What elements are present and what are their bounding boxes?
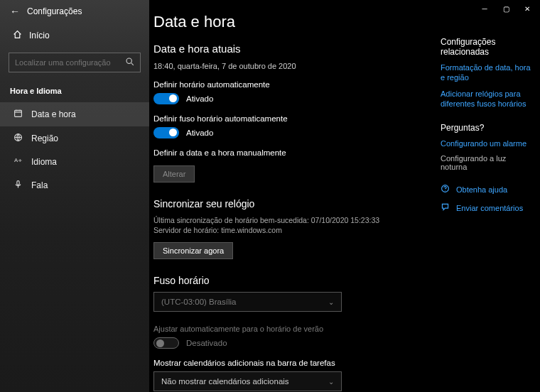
search-icon	[125, 57, 134, 68]
sidebar-item-label: Idioma	[31, 157, 57, 167]
svg-rect-3	[16, 181, 18, 185]
question-link-nightlight[interactable]: Configurando a luz noturna	[441, 154, 534, 171]
sidebar-item-idioma[interactable]: ᴬ⁺ Idioma	[0, 151, 149, 173]
related-panel: Configurações relacionadas Formatação de…	[441, 37, 534, 214]
auto-tz-label: Definir fuso horário automaticamente	[153, 114, 426, 123]
change-button[interactable]: Alterar	[153, 165, 195, 183]
back-button[interactable]: ← Configurações	[0, 0, 149, 20]
sidebar-item-label: Região	[31, 134, 58, 143]
sidebar-item-label: Fala	[31, 180, 48, 190]
question-link-alarm[interactable]: Configurando um alarme	[441, 138, 534, 148]
manual-set-label: Definir a data e a hora manualmente	[153, 148, 426, 157]
timezone-select[interactable]: (UTC-03:00) Brasília ⌄	[153, 292, 342, 312]
microphone-icon	[13, 180, 23, 191]
dst-state: Desativado	[186, 339, 227, 347]
chevron-down-icon: ⌄	[328, 378, 334, 386]
auto-tz-state: Ativado	[186, 129, 213, 137]
current-datetime: 18:40, quarta-feira, 7 de outubro de 202…	[153, 62, 426, 70]
language-icon: ᴬ⁺	[13, 157, 23, 167]
minimize-button[interactable]: ─	[480, 4, 489, 13]
sync-server: Servidor de horário: time.windows.com	[153, 225, 426, 235]
home-nav[interactable]: Início	[0, 20, 149, 48]
related-link-format[interactable]: Formatação de data, hora e região	[441, 62, 534, 83]
sidebar: ← Configurações Início Hora e Idioma Dat…	[0, 0, 149, 392]
auto-tz-toggle[interactable]	[153, 127, 179, 138]
globe-icon	[13, 133, 23, 144]
get-help-link[interactable]: Obtenha ajuda	[456, 185, 507, 195]
home-label: Início	[29, 31, 50, 40]
calendars-select[interactable]: Não mostrar calendários adicionais ⌄	[153, 371, 342, 391]
auto-time-toggle[interactable]	[153, 93, 179, 104]
sync-last: Última sincronização de horário bem-suce…	[153, 215, 426, 225]
calendar-clock-icon	[13, 109, 23, 120]
search-input[interactable]	[15, 58, 125, 67]
timezone-value: (UTC-03:00) Brasília	[161, 298, 236, 306]
sidebar-item-data-e-hora[interactable]: Data e hora	[0, 102, 149, 126]
sync-heading: Sincronizar seu relógio	[153, 198, 426, 209]
close-button[interactable]: ✕	[523, 4, 531, 13]
section-current-heading: Data e hora atuais	[153, 43, 426, 55]
related-heading: Configurações relacionadas	[441, 37, 534, 57]
related-link-clocks[interactable]: Adicionar relógios para diferentes fusos…	[441, 89, 534, 109]
calendars-value: Não mostrar calendários adicionais	[161, 377, 289, 386]
tz-heading: Fuso horário	[153, 275, 426, 286]
chevron-down-icon: ⌄	[328, 298, 334, 306]
get-help-row[interactable]: Obtenha ajuda	[441, 184, 534, 195]
search-box[interactable]	[9, 53, 141, 72]
svg-rect-1	[14, 110, 21, 116]
sidebar-category: Hora e Idioma	[0, 82, 149, 102]
window-title: Configurações	[27, 6, 82, 16]
maximize-button[interactable]: ▢	[502, 4, 510, 13]
svg-point-0	[126, 58, 131, 63]
page-title: Data e hora	[153, 13, 426, 31]
home-icon	[13, 30, 22, 41]
dst-label: Ajustar automaticamente para o horário d…	[153, 325, 426, 333]
main-content: Data e hora Data e hora atuais 18:40, qu…	[149, 0, 433, 392]
auto-time-state: Ativado	[186, 94, 213, 103]
sidebar-item-label: Data e hora	[31, 109, 76, 119]
auto-time-label: Definir horário automaticamente	[153, 80, 426, 89]
back-arrow-icon: ←	[10, 6, 20, 17]
sync-now-button[interactable]: Sincronizar agora	[153, 242, 233, 259]
sidebar-item-fala[interactable]: Fala	[0, 173, 149, 197]
questions-heading: Perguntas?	[441, 123, 534, 133]
sidebar-item-regiao[interactable]: Região	[0, 126, 149, 151]
feedback-row[interactable]: Enviar comentários	[441, 202, 534, 214]
calendars-label: Mostrar calendários adicionais na barra …	[153, 359, 426, 367]
dst-toggle[interactable]	[153, 337, 179, 349]
feedback-icon	[441, 202, 450, 214]
feedback-link[interactable]: Enviar comentários	[456, 203, 523, 213]
help-icon	[441, 184, 450, 195]
